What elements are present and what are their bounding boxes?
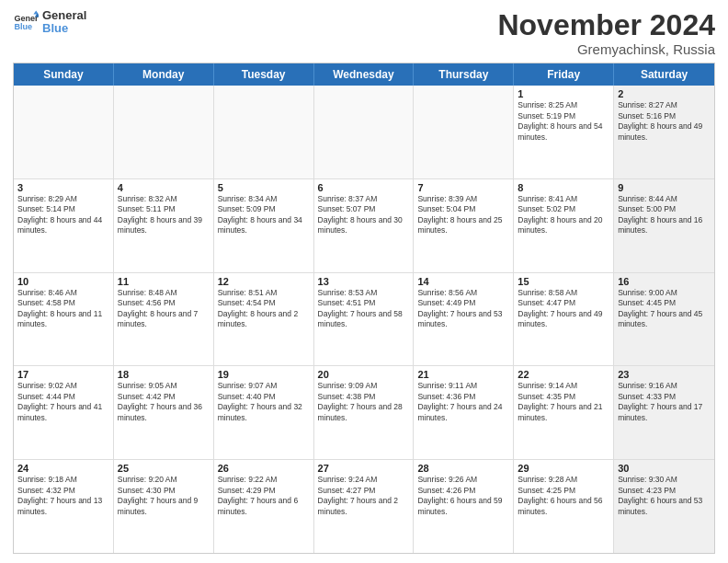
- cal-cell-0-2: [214, 86, 314, 178]
- day-number: 18: [118, 369, 210, 380]
- cal-cell-0-3: [314, 86, 415, 178]
- day-number: 8: [518, 182, 609, 193]
- cell-info: Sunrise: 9:22 AMSunset: 4:29 PMDaylight:…: [218, 475, 310, 517]
- weekday-header-friday: Friday: [514, 63, 614, 86]
- cell-info: Sunrise: 8:39 AMSunset: 5:04 PMDaylight:…: [417, 194, 509, 236]
- cal-cell-2-1: 11Sunrise: 8:48 AMSunset: 4:56 PMDayligh…: [114, 273, 214, 366]
- cal-cell-4-2: 26Sunrise: 9:22 AMSunset: 4:29 PMDayligh…: [214, 460, 314, 553]
- cell-info: Sunrise: 9:00 AMSunset: 4:45 PMDaylight:…: [618, 288, 711, 330]
- cell-info: Sunrise: 9:30 AMSunset: 4:23 PMDaylight:…: [618, 475, 711, 517]
- day-number: 21: [417, 369, 509, 380]
- cell-info: Sunrise: 8:46 AMSunset: 4:58 PMDaylight:…: [17, 288, 109, 330]
- day-number: 10: [17, 276, 109, 287]
- cell-info: Sunrise: 9:09 AMSunset: 4:38 PMDaylight:…: [318, 381, 410, 423]
- cell-info: Sunrise: 9:11 AMSunset: 4:36 PMDaylight:…: [417, 381, 509, 423]
- day-number: 30: [618, 463, 711, 474]
- cal-cell-2-3: 13Sunrise: 8:53 AMSunset: 4:51 PMDayligh…: [314, 273, 415, 366]
- cal-cell-0-5: 1Sunrise: 8:25 AMSunset: 5:19 PMDaylight…: [514, 86, 614, 178]
- weekday-header-thursday: Thursday: [414, 63, 514, 86]
- weekday-header-saturday: Saturday: [614, 63, 714, 86]
- day-number: 9: [618, 182, 711, 193]
- cell-info: Sunrise: 9:05 AMSunset: 4:42 PMDaylight:…: [118, 381, 210, 423]
- cal-cell-3-5: 22Sunrise: 9:14 AMSunset: 4:35 PMDayligh…: [514, 366, 614, 459]
- cal-cell-2-4: 14Sunrise: 8:56 AMSunset: 4:49 PMDayligh…: [414, 273, 514, 366]
- location-title: Gremyachinsk, Russia: [497, 41, 715, 57]
- day-number: 28: [417, 463, 509, 474]
- calendar-row-1: 3Sunrise: 8:29 AMSunset: 5:14 PMDaylight…: [14, 179, 714, 273]
- cal-cell-4-3: 27Sunrise: 9:24 AMSunset: 4:27 PMDayligh…: [314, 460, 415, 553]
- day-number: 5: [218, 182, 310, 193]
- cal-cell-1-6: 9Sunrise: 8:44 AMSunset: 5:00 PMDaylight…: [614, 179, 714, 272]
- calendar-row-3: 17Sunrise: 9:02 AMSunset: 4:44 PMDayligh…: [14, 366, 714, 460]
- cell-info: Sunrise: 8:27 AMSunset: 5:16 PMDaylight:…: [618, 100, 711, 143]
- day-number: 17: [17, 369, 109, 380]
- calendar-body: 1Sunrise: 8:25 AMSunset: 5:19 PMDaylight…: [14, 86, 714, 553]
- cell-info: Sunrise: 8:51 AMSunset: 4:54 PMDaylight:…: [218, 288, 310, 330]
- day-number: 3: [17, 182, 109, 193]
- cal-cell-1-0: 3Sunrise: 8:29 AMSunset: 5:14 PMDaylight…: [14, 179, 114, 272]
- day-number: 19: [218, 369, 310, 380]
- cal-cell-0-1: [114, 86, 214, 178]
- cal-cell-1-3: 6Sunrise: 8:37 AMSunset: 5:07 PMDaylight…: [314, 179, 415, 272]
- page: General Blue General Blue November 2024 …: [0, 0, 728, 563]
- cal-cell-4-6: 30Sunrise: 9:30 AMSunset: 4:23 PMDayligh…: [614, 460, 714, 553]
- calendar: SundayMondayTuesdayWednesdayThursdayFrid…: [13, 63, 715, 554]
- day-number: 24: [17, 463, 109, 474]
- cell-info: Sunrise: 9:20 AMSunset: 4:30 PMDaylight:…: [118, 475, 210, 517]
- day-number: 1: [518, 88, 609, 99]
- logo: General Blue General Blue: [13, 9, 86, 36]
- logo-blue: Blue: [42, 22, 86, 35]
- cal-cell-0-4: [414, 86, 514, 178]
- cal-cell-4-5: 29Sunrise: 9:28 AMSunset: 4:25 PMDayligh…: [514, 460, 614, 553]
- weekday-header-tuesday: Tuesday: [214, 63, 314, 86]
- day-number: 11: [118, 276, 210, 287]
- calendar-row-0: 1Sunrise: 8:25 AMSunset: 5:19 PMDaylight…: [14, 86, 714, 179]
- day-number: 13: [318, 276, 410, 287]
- day-number: 27: [318, 463, 410, 474]
- weekday-header-wednesday: Wednesday: [314, 63, 415, 86]
- cell-info: Sunrise: 8:29 AMSunset: 5:14 PMDaylight:…: [17, 194, 109, 236]
- cal-cell-4-1: 25Sunrise: 9:20 AMSunset: 4:30 PMDayligh…: [114, 460, 214, 553]
- calendar-header: SundayMondayTuesdayWednesdayThursdayFrid…: [14, 63, 714, 86]
- svg-text:General: General: [14, 14, 39, 23]
- cell-info: Sunrise: 9:24 AMSunset: 4:27 PMDaylight:…: [318, 475, 410, 517]
- cal-cell-3-1: 18Sunrise: 9:05 AMSunset: 4:42 PMDayligh…: [114, 366, 214, 459]
- header: General Blue General Blue November 2024 …: [13, 9, 715, 57]
- cal-cell-1-5: 8Sunrise: 8:41 AMSunset: 5:02 PMDaylight…: [514, 179, 614, 272]
- cell-info: Sunrise: 8:41 AMSunset: 5:02 PMDaylight:…: [518, 194, 609, 236]
- svg-text:Blue: Blue: [14, 23, 32, 32]
- cell-info: Sunrise: 9:02 AMSunset: 4:44 PMDaylight:…: [17, 381, 109, 423]
- title-block: November 2024 Gremyachinsk, Russia: [497, 9, 715, 57]
- logo-general: General: [42, 9, 86, 22]
- day-number: 20: [318, 369, 410, 380]
- day-number: 26: [218, 463, 310, 474]
- cell-info: Sunrise: 8:34 AMSunset: 5:09 PMDaylight:…: [218, 194, 310, 236]
- calendar-row-4: 24Sunrise: 9:18 AMSunset: 4:32 PMDayligh…: [14, 460, 714, 553]
- cal-cell-0-6: 2Sunrise: 8:27 AMSunset: 5:16 PMDaylight…: [614, 86, 714, 178]
- cal-cell-1-4: 7Sunrise: 8:39 AMSunset: 5:04 PMDaylight…: [414, 179, 514, 272]
- cell-info: Sunrise: 8:58 AMSunset: 4:47 PMDaylight:…: [518, 288, 609, 330]
- cal-cell-2-5: 15Sunrise: 8:58 AMSunset: 4:47 PMDayligh…: [514, 273, 614, 366]
- cal-cell-2-0: 10Sunrise: 8:46 AMSunset: 4:58 PMDayligh…: [14, 273, 114, 366]
- day-number: 22: [518, 369, 609, 380]
- day-number: 12: [218, 276, 310, 287]
- cal-cell-4-4: 28Sunrise: 9:26 AMSunset: 4:26 PMDayligh…: [414, 460, 514, 553]
- cell-info: Sunrise: 8:48 AMSunset: 4:56 PMDaylight:…: [118, 288, 210, 330]
- cal-cell-2-2: 12Sunrise: 8:51 AMSunset: 4:54 PMDayligh…: [214, 273, 314, 366]
- cal-cell-3-3: 20Sunrise: 9:09 AMSunset: 4:38 PMDayligh…: [314, 366, 415, 459]
- cell-info: Sunrise: 9:26 AMSunset: 4:26 PMDaylight:…: [417, 475, 509, 517]
- cell-info: Sunrise: 9:07 AMSunset: 4:40 PMDaylight:…: [218, 381, 310, 423]
- cal-cell-3-4: 21Sunrise: 9:11 AMSunset: 4:36 PMDayligh…: [414, 366, 514, 459]
- cal-cell-2-6: 16Sunrise: 9:00 AMSunset: 4:45 PMDayligh…: [614, 273, 714, 366]
- day-number: 23: [618, 369, 711, 380]
- cal-cell-3-2: 19Sunrise: 9:07 AMSunset: 4:40 PMDayligh…: [214, 366, 314, 459]
- day-number: 16: [618, 276, 711, 287]
- cell-info: Sunrise: 9:18 AMSunset: 4:32 PMDaylight:…: [17, 475, 109, 517]
- cell-info: Sunrise: 8:32 AMSunset: 5:11 PMDaylight:…: [118, 194, 210, 236]
- day-number: 2: [618, 88, 711, 99]
- svg-marker-2: [33, 11, 39, 15]
- day-number: 4: [118, 182, 210, 193]
- day-number: 6: [318, 182, 410, 193]
- cal-cell-3-0: 17Sunrise: 9:02 AMSunset: 4:44 PMDayligh…: [14, 366, 114, 459]
- cal-cell-1-2: 5Sunrise: 8:34 AMSunset: 5:09 PMDaylight…: [214, 179, 314, 272]
